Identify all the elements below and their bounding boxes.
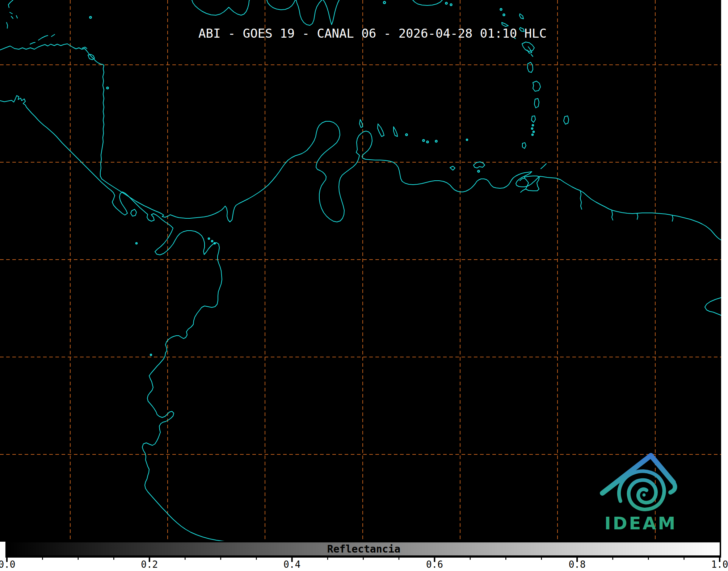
colorbar-label: Reflectancia — [327, 543, 400, 555]
satellite-image-figure: ABI - GOES 19 - CANAL 06 - 2026-04-28 01… — [0, 0, 728, 571]
right-margin — [721, 0, 728, 571]
colorbar-tick-label: 0.4 — [283, 559, 300, 570]
image-title: ABI - GOES 19 - CANAL 06 - 2026-04-28 01… — [198, 26, 547, 41]
colorbar-tick-label: 0.8 — [569, 559, 586, 570]
figure-canvas: ABI - GOES 19 - CANAL 06 - 2026-04-28 01… — [0, 0, 728, 571]
colorbar-tick-label: 0.6 — [426, 559, 443, 570]
colorbar-tick-label: 0.0 — [0, 559, 15, 570]
colorbar-tick-label: 0.2 — [141, 559, 158, 570]
colorbar-tick-label: 1.0 — [711, 559, 728, 570]
ideam-logo-text: IDEAM — [605, 513, 677, 533]
map-background — [0, 0, 721, 542]
